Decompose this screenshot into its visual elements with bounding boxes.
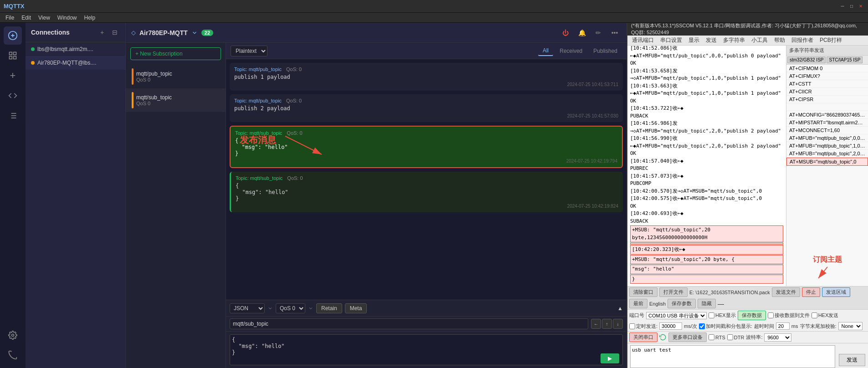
sidebar-item-3[interactable]: AT+CIICR (786, 88, 868, 96)
rts-check[interactable]: RTS (709, 334, 725, 340)
sidebar-item-9[interactable]: AT+MFUB="mqtt/pub_topic",0,0,"publish 0 … (786, 134, 868, 142)
sidebar-items-container: AT+CIFMOM 0AT+CIFMUX?AT+CSTTAT+CIICRAT+C… (786, 65, 868, 253)
expand-icon[interactable]: — (718, 300, 724, 307)
right-menu-help[interactable]: 帮助 (771, 36, 788, 45)
layout-btn[interactable]: ⊟ (110, 27, 120, 37)
publisher-qos-select[interactable]: QoS 0 QoS 1 QoS 2 (276, 303, 305, 313)
log-line-31: PUBCOMP (630, 180, 783, 188)
hex-display-check[interactable]: HEX显示 (709, 312, 736, 319)
send-area-btn[interactable]: 发送区域 (822, 287, 850, 297)
publisher-topic-input[interactable] (230, 318, 588, 329)
clear-window-btn[interactable]: 清除窗口 (629, 287, 657, 297)
menu-file[interactable]: File (2, 14, 18, 22)
sidebar-icon-subscribe[interactable] (4, 346, 22, 364)
sidebar-icon-list[interactable] (4, 107, 22, 125)
sidebar-item-5[interactable] (786, 103, 868, 111)
notification-btn[interactable]: 🔔 (575, 26, 588, 39)
publisher-nav-down[interactable]: ↓ (613, 319, 623, 329)
hex-send-check[interactable]: HEX发送 (812, 312, 839, 319)
subscription-item-sub[interactable]: mqtt/sub_topic QoS 0 (126, 88, 226, 112)
english-label: English (649, 301, 666, 307)
maximize-btn[interactable]: □ (848, 3, 855, 10)
publisher-nav-up[interactable]: ↑ (602, 319, 612, 329)
sidebar-item-8[interactable]: AT+MCONNECT=1,60 (786, 127, 868, 134)
tab-all[interactable]: All (538, 46, 553, 56)
publisher-area: JSON Plaintext QoS 0 QoS 1 QoS 2 Retain … (226, 300, 627, 368)
sidebar-icon-code[interactable] (4, 87, 22, 105)
add-connection-btn[interactable]: + (97, 27, 107, 37)
connection-item-lbs[interactable]: lbs@lbsmqtt.airm2m.... (26, 42, 125, 56)
right-log[interactable]: [10:41:49.979]发→◇AT+MCONNECT=1,60□[10:41… (627, 46, 786, 286)
timer-value-input[interactable] (659, 322, 682, 330)
open-file-btn[interactable]: 打开文件 (659, 287, 688, 297)
right-menu-send[interactable]: 发送 (703, 36, 719, 45)
sidebar-item-4[interactable]: AT+CIPSR (786, 96, 868, 103)
right-menu-feedback[interactable]: 回报作者 (789, 36, 816, 45)
save-params-btn[interactable]: 保存参数 (668, 299, 696, 308)
sidebar-icon-dashboard[interactable] (4, 46, 22, 65)
last-btn[interactable]: 最前 (629, 299, 647, 308)
new-subscription-btn[interactable]: + New Subscription (130, 47, 221, 60)
sidebar-tab-stm32[interactable]: stm32/GB32 ISP (787, 56, 826, 63)
minimize-btn[interactable]: ─ (839, 3, 846, 10)
right-menu-comm[interactable]: 通讯端口 (629, 36, 657, 45)
sidebar-icon-mqtt[interactable] (4, 26, 22, 45)
save-log-btn[interactable]: 保存数据 (738, 311, 766, 320)
sidebar-item-7[interactable]: AT+MIPSTART="lbsmqtt.airm2m.com","1884" (786, 119, 868, 127)
menu-window[interactable]: Window (54, 14, 81, 22)
send-file-btn[interactable]: 发送文件 (772, 287, 800, 297)
close-btn[interactable]: ✕ (857, 3, 864, 10)
send-textarea[interactable] (630, 345, 835, 368)
dtr-check[interactable]: DTR (727, 334, 745, 340)
port-select[interactable]: COM10 USB 串行设备 (646, 312, 707, 319)
sidebar-item-6[interactable]: AT+MCONFIG="866289037465624", "user", "p… (786, 111, 868, 119)
format-select[interactable]: Plaintext JSON (231, 46, 267, 56)
right-menu-tools[interactable]: 小工具 (749, 36, 770, 45)
menu-view[interactable]: View (35, 14, 54, 22)
send-btn[interactable]: ▶ (601, 353, 619, 363)
sidebar-tab-stc[interactable]: STC/IAP15 ISP (827, 56, 863, 63)
publisher-textarea[interactable] (230, 334, 623, 365)
sidebar-item-11[interactable]: AT+MFUB="mqtt/pub_topic",2,0,"1234567890… (786, 150, 868, 158)
power-btn[interactable]: ⏻ (559, 26, 572, 39)
pub-scroll-btn[interactable]: ▲ (617, 305, 623, 312)
menu-help[interactable]: Help (81, 14, 99, 22)
edit-btn[interactable]: ✏ (592, 26, 605, 39)
meta-btn[interactable]: Meta (345, 303, 367, 313)
baud-select[interactable]: 9600 (764, 333, 791, 342)
right-menu-multistr[interactable]: 多字符串 (720, 36, 748, 45)
publisher-format-select[interactable]: JSON Plaintext (230, 303, 265, 313)
sidebar-item-10[interactable]: AT+MFUB="mqtt/pub_topic",1,0,"publish 1 … (786, 142, 868, 150)
right-menu-display[interactable]: 显示 (686, 36, 702, 45)
close-port-btn[interactable]: 关闭串口 (629, 332, 657, 342)
sidebar-item-1[interactable]: AT+CIFMUX? (786, 72, 868, 80)
stop-btn[interactable]: 停止 (802, 287, 820, 297)
add-timestamp-check[interactable]: 加时间戳和分包显示: (699, 323, 752, 330)
subscription-item-pub[interactable]: mqtt/pub_topic QoS 0 (126, 65, 226, 88)
window-controls[interactable]: ─ □ ✕ (839, 3, 864, 10)
main-header: ◇ Air780EP-MQTT 22 ⏻ 🔔 ✏ ••• (126, 23, 627, 43)
timer-send-check[interactable]: 定时发送: (629, 323, 657, 330)
hide-btn[interactable]: 隐藏 (698, 299, 716, 308)
tab-received[interactable]: Received (555, 46, 587, 56)
more-ports-btn[interactable]: 更多串口设备 (668, 332, 707, 342)
publisher-nav-left[interactable]: ← (591, 319, 601, 329)
msg-qos-1: QoS: 0 (286, 98, 302, 103)
log-line-28: PUBREC (630, 165, 783, 173)
timeout-value-input[interactable] (776, 322, 790, 330)
right-menu-pcb[interactable]: PCB打样 (817, 36, 845, 45)
sidebar-icon-settings[interactable] (4, 326, 22, 344)
recv-to-file-check[interactable]: 接收数据到文件 (768, 312, 810, 319)
right-send-btn[interactable]: 发送 (839, 354, 865, 366)
sidebar-item-2[interactable]: AT+CSTT (786, 80, 868, 88)
retain-btn[interactable]: Retain (316, 303, 342, 313)
right-menu-serial[interactable]: 串口设置 (657, 36, 685, 45)
more-btn[interactable]: ••• (608, 26, 621, 39)
sidebar-item-0[interactable]: AT+CIFMOM 0 (786, 65, 868, 72)
sidebar-icon-add[interactable]: + (4, 66, 22, 85)
checksum-select[interactable]: None (838, 322, 863, 330)
menu-edit[interactable]: Edit (18, 14, 35, 22)
sidebar-item-12[interactable]: AT+MSUB="mqtt/sub_topic",0 (786, 158, 868, 166)
tab-published[interactable]: Published (589, 46, 622, 56)
connection-item-air780[interactable]: Air780EP-MQTT@lbs.... (26, 56, 125, 70)
